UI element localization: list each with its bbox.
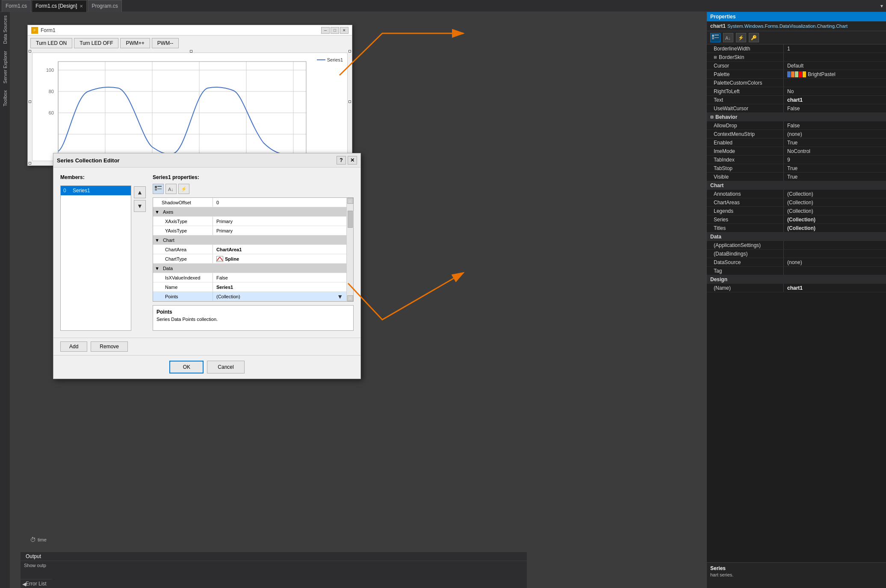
prop-value: chart1 — [784, 96, 886, 104]
resize-handle-tr[interactable] — [348, 50, 351, 53]
properties-object: chart1 System.Windows.Forms.DataVisualiz… — [707, 21, 886, 31]
turn-led-off-button[interactable]: Turn LED OFF — [74, 38, 118, 48]
chart-collapse-icon[interactable]: ▼ — [155, 238, 159, 243]
form-content: Turn LED ON Turn LED OFF PWM++ PWM-- — [28, 35, 352, 165]
prop-row-tabindex: TabIndex 9 — [707, 156, 886, 164]
prop-name: BorderlineWidth — [707, 44, 784, 53]
move-down-btn[interactable]: ▼ — [134, 200, 146, 212]
points-value: (Collection) — [216, 294, 240, 299]
tab-form1-design[interactable]: Form1.cs [Design] ✕ — [32, 0, 87, 12]
prop-value: NoControl — [784, 147, 886, 155]
prop-section-behavior: ⊟ Behavior — [707, 113, 886, 121]
tab-program-cs[interactable]: Program.cs — [88, 0, 121, 12]
prop-value: (Collection) — [784, 198, 886, 206]
output-tab[interactable]: Output — [21, 552, 46, 561]
sidebar-item-toolbox[interactable]: Toolbox — [1, 87, 9, 110]
tab-dropdown-icon[interactable]: ▾ — [877, 0, 886, 12]
scroll-left-icon[interactable]: ◀ — [21, 581, 28, 587]
props-categorized-btn[interactable] — [710, 33, 721, 42]
ok-button[interactable]: OK — [169, 361, 204, 373]
resize-handle-ml[interactable] — [29, 100, 31, 103]
sp-scroll-thumb[interactable] — [348, 211, 353, 228]
prop-value — [784, 53, 886, 61]
form-close-btn[interactable]: ✕ — [340, 27, 348, 34]
sp-row-points[interactable]: Points (Collection) ▼ — [153, 292, 346, 301]
section-label: Data — [710, 234, 721, 240]
prop-row-text: Text chart1 — [707, 96, 886, 104]
form-maximize-btn[interactable]: □ — [331, 27, 339, 34]
resize-handle-bl[interactable] — [29, 162, 31, 165]
tab-bar: Form1.cs Form1.cs [Design] ✕ Program.cs … — [0, 0, 886, 12]
dialog-titlebar: Series Collection Editor ? ✕ — [53, 153, 360, 168]
props-extra-btn[interactable]: 🔑 — [749, 33, 759, 42]
member-item-series1[interactable]: 0 Series1 — [61, 186, 131, 195]
main-layout: Data Sources Server Explorer Toolbox F F… — [0, 12, 886, 588]
props-events-btn[interactable]: ⚡ — [178, 184, 189, 194]
scroll-up-icon[interactable]: ▲ — [347, 198, 353, 204]
scroll-down-icon[interactable]: ▼ — [347, 295, 353, 301]
props-categorized-btn[interactable] — [153, 184, 164, 194]
prop-value — [784, 79, 886, 87]
resize-handle-tl[interactable] — [29, 50, 31, 53]
props-sorted-btn[interactable]: A↓ — [723, 33, 733, 42]
member-name: Series1 — [73, 188, 90, 194]
prop-row-annotations: Annotations (Collection) — [707, 190, 886, 198]
props-sorted-btn[interactable]: A↓ — [165, 184, 177, 194]
add-button[interactable]: Add — [60, 341, 87, 352]
sp-row-yaxistype: YAxisType Primary — [153, 226, 346, 235]
form-titlebar: F Form1 ─ □ ✕ — [28, 25, 352, 35]
dialog-title: Series Collection Editor — [57, 157, 120, 164]
pwm-minus-button[interactable]: PWM-- — [152, 38, 179, 48]
prop-name: ⊞BorderSkin — [707, 53, 784, 61]
cancel-button[interactable]: Cancel — [207, 361, 244, 373]
prop-name: Visible — [707, 173, 784, 181]
prop-row-palettecustomcolors: PaletteCustomColors — [707, 79, 886, 87]
sp-value: ChartArea1 — [213, 245, 346, 254]
prop-name: AllowDrop — [707, 121, 784, 129]
sidebar-item-server-explorer[interactable]: Server Explorer — [1, 47, 9, 87]
properties-toolbar: A↓ ⚡ 🔑 — [707, 31, 886, 44]
prop-row-borderlinewidth: BorderlineWidth 1 — [707, 44, 886, 53]
sp-row-xaxistype: XAxisType Primary — [153, 217, 346, 226]
prop-value: True — [784, 173, 886, 181]
resize-handle-mr[interactable] — [348, 100, 351, 103]
props-desc-title: Series — [710, 565, 883, 571]
sidebar-item-data-sources[interactable]: Data Sources — [1, 12, 9, 47]
tab-form1-cs[interactable]: Form1.cs — [2, 0, 31, 12]
move-up-btn[interactable]: ▲ — [134, 186, 146, 198]
svg-text:80: 80 — [49, 89, 54, 94]
prop-name: ContextMenuStrip — [707, 130, 784, 138]
dialog-close-btn[interactable]: ✕ — [348, 156, 357, 165]
charttype-icon — [216, 256, 223, 262]
dialog-footer: OK Cancel — [53, 355, 360, 379]
dialog-help-btn[interactable]: ? — [337, 156, 346, 165]
props-events-btn[interactable]: ⚡ — [736, 33, 746, 42]
props-description: Series hart series. — [707, 562, 886, 588]
prop-value: True — [784, 138, 886, 147]
tab-close-icon[interactable]: ✕ — [80, 4, 83, 9]
turn-led-on-button[interactable]: Turn LED ON — [30, 38, 72, 48]
chart-inner: Series1 — [32, 53, 347, 161]
sp-row-charttype: ChartType Spline — [153, 254, 346, 264]
sp-value: Primary — [213, 226, 346, 235]
prop-name: Series — [707, 215, 784, 223]
properties-header: Properties — [707, 12, 886, 21]
prop-row-databindings: (DataBindings) — [707, 250, 886, 258]
sp-scrollbar[interactable]: ▲ ▼ — [346, 198, 353, 301]
prop-name: PaletteCustomColors — [707, 79, 784, 87]
form-minimize-btn[interactable]: ─ — [321, 27, 330, 34]
prop-name: DataSource — [707, 258, 784, 266]
section-collapse[interactable]: ⊟ — [710, 115, 714, 119]
prop-row-chartareas: ChartAreas (Collection) — [707, 198, 886, 207]
data-collapse-icon[interactable]: ▼ — [155, 266, 159, 271]
axes-collapse-icon[interactable]: ▼ — [155, 209, 159, 215]
prop-section-chart: Chart — [707, 181, 886, 190]
expand-icon[interactable]: ⊞ — [714, 55, 717, 59]
properties-panel: Properties chart1 System.Windows.Forms.D… — [706, 12, 886, 588]
canvas-area: F Form1 ─ □ ✕ Turn LED ON Turn LED OFF P… — [10, 12, 706, 588]
sp-name: Name — [153, 282, 213, 291]
pwm-plus-button[interactable]: PWM++ — [120, 38, 150, 48]
remove-button[interactable]: Remove — [91, 341, 128, 352]
members-list: 0 Series1 — [60, 185, 131, 331]
points-dropdown-icon[interactable]: ▼ — [337, 293, 343, 300]
